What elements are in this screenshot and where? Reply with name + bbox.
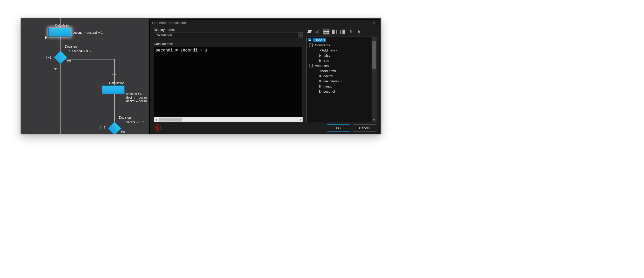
scroll-down-icon[interactable]: ▼: [372, 118, 376, 122]
node-expression-line: secondi = 0: [126, 92, 142, 96]
help-icon[interactable]: ?: [154, 124, 161, 132]
svg-rect-8: [336, 30, 337, 34]
ok-button[interactable]: OK: [327, 124, 350, 132]
node-expression-line: decimi = decim: [126, 99, 147, 103]
node-title: Decision: [119, 116, 131, 119]
tree-item[interactable]: minuti: [323, 84, 333, 88]
decision-condition: If secondi > 9 ?: [68, 49, 91, 53]
scroll-left-icon[interactable]: <: [154, 118, 158, 122]
toolbar-block-icon[interactable]: [306, 29, 313, 35]
collapse-toggle[interactable]: [-]: [100, 126, 106, 130]
collapse-toggle[interactable]: [-]: [111, 72, 117, 75]
branch-yes-label: Yes: [66, 59, 72, 62]
dialog-footer: ? OK Cancel: [150, 122, 380, 134]
tree-collapse-icon[interactable]: -: [309, 44, 313, 47]
branch-yes-label: Yes: [121, 130, 126, 133]
calculations-text[interactable]: secondi = secondi + 1: [156, 48, 301, 53]
toolbar-columns-icon[interactable]: [331, 29, 338, 35]
svg-rect-10: [342, 30, 343, 34]
tree-item[interactable]: secondi: [323, 90, 336, 93]
tree-group-label[interactable]: Constants: [314, 43, 331, 47]
calculations-editor[interactable]: secondi = secondi + 1 < >: [154, 47, 303, 122]
entry-arrow-icon: [45, 36, 47, 39]
tree-item[interactable]: decimi: [323, 74, 334, 78]
calculation-node-selected[interactable]: [48, 28, 71, 37]
byte-type-icon: B: [318, 79, 322, 83]
toolbar-table-icon[interactable]: x: [323, 29, 330, 35]
dialog-sidebar: x x fx f$: [306, 27, 376, 122]
scroll-right-icon[interactable]: >: [298, 118, 303, 122]
globals-tree[interactable]: Globals - Constants <Add new> b false: [307, 37, 372, 122]
svg-rect-14: [309, 40, 311, 40]
node-expression-line: decimi = decim: [126, 96, 147, 99]
scroll-track[interactable]: [158, 117, 298, 122]
toolbar-fx-icon[interactable]: fx: [348, 29, 354, 35]
tree-collapse-icon[interactable]: -: [309, 64, 313, 67]
tree-item[interactable]: false: [323, 54, 331, 57]
byte-type-icon: B: [318, 84, 322, 88]
svg-rect-9: [340, 30, 341, 34]
dialog-title-text: Properties: Calculation: [152, 21, 186, 25]
tree-item[interactable]: true: [323, 59, 330, 63]
collapse-toggle[interactable]: [-]: [46, 56, 51, 59]
boolean-type-icon: b: [318, 54, 322, 57]
tree-vertical-scrollbar[interactable]: ▲ ▼: [372, 37, 376, 122]
toolbar-fs-icon[interactable]: f$: [356, 29, 363, 35]
toolbar-columns2-icon[interactable]: [339, 29, 346, 35]
byte-type-icon: B: [318, 90, 322, 93]
node-title: Decision: [65, 45, 77, 48]
svg-text:x: x: [315, 30, 317, 34]
node-title: Calculation: [109, 81, 124, 85]
dialog-form: Display name: Calculation ▾ Calculations…: [154, 27, 303, 122]
svg-rect-15: [309, 40, 311, 41]
tree-add-new[interactable]: <Add new>: [319, 69, 338, 73]
horizontal-scrollbar[interactable]: < >: [154, 117, 303, 122]
cancel-button[interactable]: Cancel: [353, 124, 376, 132]
globals-icon: [308, 38, 312, 42]
tree-add-new[interactable]: <Add new>: [319, 48, 338, 52]
decision-node[interactable]: [108, 121, 122, 134]
svg-rect-11: [343, 30, 345, 34]
properties-dialog: Properties: Calculation ✕ Display name: …: [149, 19, 380, 134]
svg-rect-1: [319, 30, 319, 31]
boolean-type-icon: b: [318, 59, 322, 63]
byte-type-icon: B: [318, 74, 322, 78]
svg-rect-13: [309, 39, 311, 39]
decision-condition: If decimi = 0 ?: [123, 120, 144, 124]
scroll-thumb[interactable]: [159, 118, 182, 121]
branch-no-label: No: [54, 67, 57, 71]
app-viewport: Calculation secondi = secondi + 1 Decisi…: [21, 18, 381, 134]
variable-toolbar: x x fx f$: [306, 27, 376, 37]
node-expression: secondi = secondi + 1: [73, 31, 103, 34]
decision-node[interactable]: [54, 50, 67, 64]
tree-item[interactable]: decineminuti: [323, 79, 343, 83]
svg-text:x: x: [325, 30, 327, 33]
flowchart-canvas[interactable]: Calculation secondi = secondi + 1 Decisi…: [21, 18, 149, 134]
toolbar-struct-icon[interactable]: x: [315, 29, 321, 35]
scroll-thumb[interactable]: [372, 41, 376, 69]
calculations-label: Calculations:: [154, 42, 303, 46]
node-title: Calculation: [55, 24, 70, 27]
svg-rect-2: [319, 32, 319, 33]
svg-rect-6: [332, 30, 334, 34]
scroll-up-icon[interactable]: ▲: [372, 37, 376, 40]
close-icon[interactable]: ✕: [371, 21, 377, 25]
chevron-down-icon[interactable]: ▾: [298, 32, 303, 38]
tree-group-label[interactable]: Variables: [314, 64, 329, 68]
display-name-value[interactable]: Calculation: [154, 32, 298, 38]
tree-root-label[interactable]: Globals: [313, 38, 326, 42]
dialog-titlebar: Properties: Calculation ✕: [150, 20, 380, 26]
svg-rect-7: [334, 30, 335, 34]
calculation-node[interactable]: [102, 85, 125, 94]
display-name-input[interactable]: Calculation ▾: [154, 32, 303, 38]
display-name-label: Display name:: [154, 28, 303, 32]
